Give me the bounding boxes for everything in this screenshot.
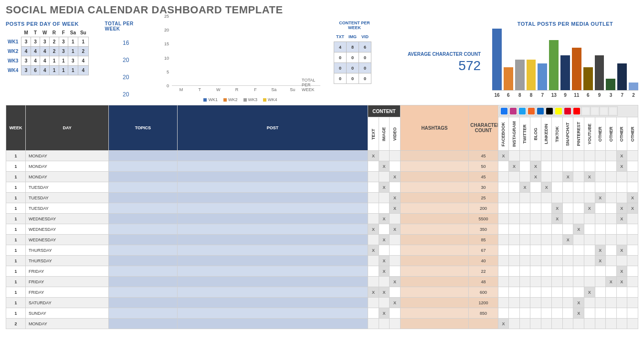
other-icon [581,107,590,116]
youtube-icon [572,107,581,116]
col-instagram: INSTAGRAM [509,117,520,151]
snapchat-icon [554,107,563,116]
posts-per-day-table: MTWRFSaSuWK13332311WK24442312WK33441134W… [6,29,89,75]
svg-rect-4 [537,108,544,114]
svg-rect-12 [610,108,616,114]
avg-char-block: AVERAGE CHARACTER COUNT 572 [387,50,481,73]
table-row: 1FRIDAYX48XX [6,277,638,287]
col-content: CONTENT [368,105,401,117]
avg-char-title: AVERAGE CHARACTER COUNT [408,52,481,57]
table-row: 1WEDNESDAYXX350X [6,224,638,235]
other-icon [590,107,599,116]
page-title: SOCIAL MEDIA CALENDAR DASHBOARD TEMPLATE [6,4,638,16]
table-row: 1MONDAYX45XXX [6,172,638,182]
col-topics: TOPICS [109,105,177,151]
svg-rect-10 [591,108,598,114]
other-icon [608,107,617,116]
table-row: 1SUNDAYX850X [6,308,638,319]
col-image: IMAGE [379,117,390,151]
pinterest-icon [563,107,572,116]
col-week: WEEK [6,105,26,151]
weekly-bar-chart: 0510152025 MTWRFSaSuTOTAL PER WEEK WK1WK… [158,21,322,102]
content-per-week-block: CONTENT PER WEEK TXTIMGVID486000000000 [334,21,375,84]
col-pinterest: PINTEREST [573,117,584,151]
col-video: VIDEO [390,117,401,151]
svg-rect-1 [510,108,517,114]
col-other: OTHER [627,117,638,151]
content-per-week-table: TXTIMGVID486000000000 [334,31,371,84]
col-day: DAY [25,105,108,151]
table-row: 1WEDNESDAYX5500XX [6,214,638,224]
table-row: 1WEDNESDAYX85X [6,235,638,245]
svg-rect-7 [564,108,571,114]
avg-char-value: 572 [458,58,481,73]
table-row: 2MONDAYX [6,319,638,329]
twitter-icon [517,107,527,116]
table-row: 1THURSDAYX40X [6,256,638,266]
other-icon [599,107,608,116]
table-row: 1SATURDAYX1200X [6,298,638,308]
col-hashtags: HASHTAGS [400,105,468,151]
col-snapchat: SNAPCHAT [562,117,573,151]
posts-per-day-block: POSTS PER DAY OF WEEK MTWRFSaSuWK1333231… [6,21,89,75]
table-row: 1TUESDAYX25XX [6,193,638,203]
total-per-week-block: TOTAL PER WEEK 16202020 [105,21,147,100]
col-facebook: FACEBOOK [498,117,509,151]
col-other: OTHER [595,117,606,151]
col-blog: BLOG [530,117,541,151]
blog-icon [527,107,536,116]
col-linkedin: LINKEDIN [541,117,552,151]
total-per-week-title: TOTAL PER WEEK [105,21,147,31]
col-other: OTHER [616,117,627,151]
svg-rect-11 [601,108,607,114]
table-row: 1MONDAYX45XX [6,151,638,161]
table-row: 1FRIDAYX22X [6,266,638,277]
svg-rect-3 [528,108,535,114]
table-row: 1TUESDAYX200XXXX [6,203,638,214]
col-tiktok: TIKTOK [552,117,563,151]
calendar-table: WEEK DAY TOPICS POST CONTENT HASHTAGS CH… [6,105,638,329]
col-post: POST [177,105,368,151]
table-row: 1FRIDAYXX600X [6,287,638,298]
svg-rect-6 [555,108,562,114]
svg-rect-9 [582,108,589,114]
col-twitter: TWITTER [519,117,530,151]
instagram-icon [508,107,517,116]
tiktok-icon [545,107,554,116]
outlets-bar-chart: TOTAL POSTS PER MEDIA OUTLET 16688713911… [492,21,638,91]
col-text: TEXT [368,117,379,151]
svg-rect-0 [501,108,507,114]
svg-rect-5 [546,108,553,114]
facebook-icon [499,107,508,116]
table-row: 1TUESDAYX30XX [6,182,638,193]
table-row: 1THURSDAYX67XX [6,245,638,256]
table-row: 1MONDAYX50XXX [6,161,638,172]
col-other: OTHER [606,117,617,151]
col-youtube: YOUTUBE [584,117,595,151]
svg-rect-8 [573,108,580,114]
col-cc: CHARACTER COUNT [469,105,498,151]
posts-per-day-title: POSTS PER DAY OF WEEK [6,21,89,27]
outlets-chart-title: TOTAL POSTS PER MEDIA OUTLET [492,21,638,27]
svg-rect-2 [519,108,526,114]
linkedin-icon [536,107,545,116]
content-per-week-title: CONTENT PER WEEK [334,21,375,31]
